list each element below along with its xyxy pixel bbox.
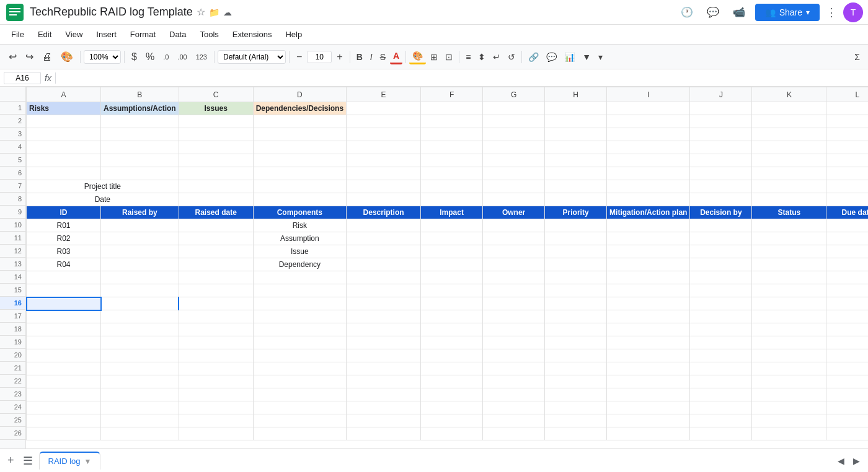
cell-A12[interactable]: R03 bbox=[27, 245, 101, 258]
cell-F2[interactable] bbox=[421, 115, 483, 128]
cell-B15[interactable] bbox=[101, 284, 179, 297]
cell-L4[interactable] bbox=[826, 141, 868, 154]
cell-H16[interactable] bbox=[545, 297, 607, 310]
col-header-H[interactable]: H bbox=[545, 87, 607, 102]
cell-A18[interactable] bbox=[27, 323, 101, 336]
cell-L9[interactable]: Due date bbox=[826, 206, 868, 219]
cell-L12[interactable] bbox=[826, 245, 868, 258]
comments-button[interactable]: 💬 bbox=[703, 4, 723, 20]
cell-H21[interactable] bbox=[545, 362, 607, 375]
cell-D13[interactable]: Dependency bbox=[253, 258, 346, 271]
cell-D23[interactable] bbox=[253, 388, 346, 401]
cell-E20[interactable] bbox=[347, 349, 421, 362]
cell-A2[interactable] bbox=[27, 115, 101, 128]
cell-A23[interactable] bbox=[27, 388, 101, 401]
cell-J21[interactable] bbox=[690, 362, 752, 375]
cell-J13[interactable] bbox=[690, 258, 752, 271]
cell-A24[interactable] bbox=[27, 401, 101, 414]
cell-J5[interactable] bbox=[690, 154, 752, 167]
cell-G8[interactable] bbox=[483, 193, 545, 206]
cell-H6[interactable] bbox=[545, 167, 607, 180]
cell-C5[interactable] bbox=[179, 154, 253, 167]
redo-button[interactable]: ↪ bbox=[22, 48, 37, 65]
cell-F16[interactable] bbox=[421, 297, 483, 310]
cell-K19[interactable] bbox=[752, 336, 826, 349]
avatar[interactable]: T bbox=[843, 2, 863, 22]
cell-D24[interactable] bbox=[253, 401, 346, 414]
cell-K12[interactable] bbox=[752, 245, 826, 258]
cell-D7[interactable] bbox=[253, 180, 346, 193]
cell-A5[interactable] bbox=[27, 154, 101, 167]
cell-H18[interactable] bbox=[545, 323, 607, 336]
cell-K18[interactable] bbox=[752, 323, 826, 336]
cell-D15[interactable] bbox=[253, 284, 346, 297]
cell-H10[interactable] bbox=[545, 219, 607, 232]
cell-B20[interactable] bbox=[101, 349, 179, 362]
cell-C10[interactable] bbox=[179, 219, 253, 232]
cell-B2[interactable] bbox=[101, 115, 179, 128]
cell-K2[interactable] bbox=[752, 115, 826, 128]
cell-F3[interactable] bbox=[421, 128, 483, 141]
cell-I20[interactable] bbox=[607, 349, 690, 362]
cell-I17[interactable] bbox=[607, 310, 690, 323]
cell-F17[interactable] bbox=[421, 310, 483, 323]
cell-F18[interactable] bbox=[421, 323, 483, 336]
cell-L5[interactable] bbox=[826, 154, 868, 167]
cell-I6[interactable] bbox=[607, 167, 690, 180]
cell-J4[interactable] bbox=[690, 141, 752, 154]
col-header-G[interactable]: G bbox=[483, 87, 545, 102]
cell-F25[interactable] bbox=[421, 414, 483, 427]
cell-A17[interactable] bbox=[27, 310, 101, 323]
undo-button[interactable]: ↩ bbox=[5, 48, 20, 65]
cell-E15[interactable] bbox=[347, 284, 421, 297]
cell-H8[interactable] bbox=[545, 193, 607, 206]
cell-K13[interactable] bbox=[752, 258, 826, 271]
cell-G18[interactable] bbox=[483, 323, 545, 336]
cell-C22[interactable] bbox=[179, 375, 253, 388]
menu-file[interactable]: File bbox=[5, 27, 30, 42]
col-header-D[interactable]: D bbox=[253, 87, 346, 102]
cell-J3[interactable] bbox=[690, 128, 752, 141]
col-header-C[interactable]: C bbox=[179, 87, 253, 102]
cell-H11[interactable] bbox=[545, 232, 607, 245]
cell-K3[interactable] bbox=[752, 128, 826, 141]
cell-D21[interactable] bbox=[253, 362, 346, 375]
cell-C8[interactable] bbox=[179, 193, 253, 206]
add-sheet-button[interactable]: + bbox=[5, 452, 17, 470]
cell-C24[interactable] bbox=[179, 401, 253, 414]
cell-B6[interactable] bbox=[101, 167, 179, 180]
cell-K14[interactable] bbox=[752, 271, 826, 284]
cell-L17[interactable] bbox=[826, 310, 868, 323]
nav-left-button[interactable]: ◀ bbox=[835, 454, 848, 468]
cell-A9[interactable]: ID bbox=[27, 206, 101, 219]
decrease-font-button[interactable]: − bbox=[293, 49, 306, 65]
valign-button[interactable]: ⬍ bbox=[475, 50, 489, 64]
cell-A14[interactable] bbox=[27, 271, 101, 284]
cell-L7[interactable] bbox=[826, 180, 868, 193]
cell-G2[interactable] bbox=[483, 115, 545, 128]
cell-D25[interactable] bbox=[253, 414, 346, 427]
cell-B24[interactable] bbox=[101, 401, 179, 414]
cell-H3[interactable] bbox=[545, 128, 607, 141]
cell-J2[interactable] bbox=[690, 115, 752, 128]
cell-G1[interactable] bbox=[483, 102, 545, 115]
cell-I12[interactable] bbox=[607, 245, 690, 258]
cell-H13[interactable] bbox=[545, 258, 607, 271]
cell-B17[interactable] bbox=[101, 310, 179, 323]
cell-F23[interactable] bbox=[421, 388, 483, 401]
move-to-icon[interactable]: 📁 bbox=[209, 7, 219, 17]
cell-E6[interactable] bbox=[347, 167, 421, 180]
cell-A8[interactable]: Date bbox=[27, 193, 179, 206]
cell-F20[interactable] bbox=[421, 349, 483, 362]
cell-I4[interactable] bbox=[607, 141, 690, 154]
cell-L8[interactable] bbox=[826, 193, 868, 206]
cell-J26[interactable] bbox=[690, 427, 752, 440]
cell-I15[interactable] bbox=[607, 284, 690, 297]
cell-I7[interactable] bbox=[607, 180, 690, 193]
cell-E21[interactable] bbox=[347, 362, 421, 375]
cell-I18[interactable] bbox=[607, 323, 690, 336]
currency-button[interactable]: $ bbox=[128, 49, 141, 65]
cell-I23[interactable] bbox=[607, 388, 690, 401]
cell-K8[interactable] bbox=[752, 193, 826, 206]
cell-A11[interactable]: R02 bbox=[27, 232, 101, 245]
